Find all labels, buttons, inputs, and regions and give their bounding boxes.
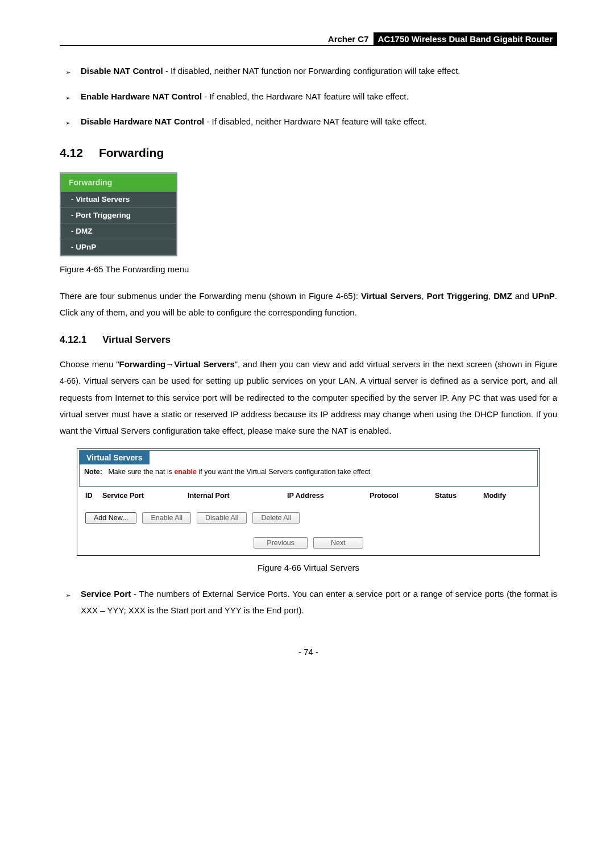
vs-col-internal-port: Internal Port bbox=[188, 492, 287, 500]
vs-title: Virtual Servers bbox=[80, 451, 150, 464]
forwarding-menu-figure: Forwarding - Virtual Servers - Port Trig… bbox=[60, 172, 177, 256]
vs-col-service-port: Service Port bbox=[102, 492, 188, 500]
delete-all-button[interactable]: Delete All bbox=[252, 512, 300, 524]
menu-header: Forwarding bbox=[61, 174, 176, 192]
bullet-text: Service Port - The numbers of External S… bbox=[81, 586, 557, 618]
disable-all-button[interactable]: Disable All bbox=[197, 512, 247, 524]
page-number: - 74 - bbox=[60, 647, 557, 657]
vs-col-id: ID bbox=[85, 492, 102, 500]
fig66-caption: Figure 4-66 Virtual Servers bbox=[60, 563, 557, 572]
doc-header: Archer C7AC1750 Wireless Dual Band Gigab… bbox=[60, 34, 557, 46]
menu-item-dmz: - DMZ bbox=[61, 223, 176, 239]
virtual-servers-figure: Virtual Servers Note: Make sure the nat … bbox=[77, 448, 540, 556]
vs-col-ip-address: IP Address bbox=[287, 492, 370, 500]
bullet-text: Disable Hardware NAT Control - If disabl… bbox=[81, 114, 557, 130]
bullet-text: Enable Hardware NAT Control - If enabled… bbox=[81, 89, 557, 105]
add-new-button[interactable]: Add New... bbox=[85, 512, 136, 524]
bullet-list-bottom: ➢ Service Port - The numbers of External… bbox=[60, 586, 557, 618]
bullet-list-top: ➢ Disable NAT Control - If disabled, nei… bbox=[60, 63, 557, 130]
vs-col-protocol: Protocol bbox=[370, 492, 435, 500]
vs-col-modify: Modify bbox=[483, 492, 506, 500]
fig65-caption: Figure 4-65 The Forwarding menu bbox=[60, 264, 557, 274]
previous-button[interactable]: Previous bbox=[254, 537, 308, 549]
next-button[interactable]: Next bbox=[313, 537, 363, 549]
bullet-text: Disable NAT Control - If disabled, neith… bbox=[81, 63, 557, 80]
chevron-right-icon: ➢ bbox=[65, 67, 70, 78]
enable-all-button[interactable]: Enable All bbox=[142, 512, 191, 524]
chevron-right-icon: ➢ bbox=[65, 117, 70, 129]
vs-note: Note: Make sure the nat is enable if you… bbox=[80, 464, 537, 486]
vs-col-status: Status bbox=[435, 492, 483, 500]
para-forwarding-desc: There are four submenus under the Forwar… bbox=[60, 288, 557, 321]
subsection-heading: 4.12.1Virtual Servers bbox=[60, 334, 557, 346]
menu-item-port-triggering: - Port Triggering bbox=[61, 207, 176, 223]
vs-pagination-row: Previous Next bbox=[77, 535, 540, 555]
para-virtual-servers-desc: Choose menu "Forwarding→Virtual Servers"… bbox=[60, 356, 557, 439]
header-product: AC1750 Wireless Dual Band Gigabit Router bbox=[374, 32, 557, 45]
menu-item-upnp: - UPnP bbox=[61, 239, 176, 255]
section-heading: 4.12Forwarding bbox=[60, 146, 557, 160]
vs-button-row: Add New... Enable All Disable All Delete… bbox=[77, 510, 540, 535]
vs-table-headers: ID Service Port Internal Port IP Address… bbox=[77, 488, 540, 510]
chevron-right-icon: ➢ bbox=[65, 92, 70, 104]
menu-item-virtual-servers: - Virtual Servers bbox=[61, 192, 176, 207]
header-model: Archer C7 bbox=[328, 34, 374, 44]
chevron-right-icon: ➢ bbox=[65, 589, 70, 601]
